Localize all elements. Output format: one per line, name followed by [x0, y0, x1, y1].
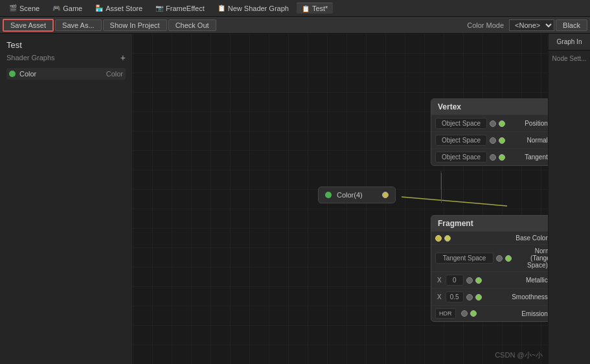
main-layout: Test Shader Graphs + Color Color Vertex …	[0, 34, 590, 364]
graph-inspector-tab[interactable]: Graph In	[549, 34, 590, 51]
fragment-metallic-in-port	[466, 277, 473, 284]
fragment-row-metallic: X 0 Metallic(1)	[431, 271, 548, 288]
fragment-smoothness-out-port	[475, 294, 482, 301]
fragment-row-basecolor: Base Color(3)	[431, 231, 548, 244]
property-color-row[interactable]: Color Color	[6, 68, 126, 80]
sidebar: Test Shader Graphs + Color Color	[0, 34, 133, 364]
fragment-basecolor-output: Base Color(3)	[453, 234, 548, 242]
vertex-out-port-2	[499, 154, 505, 161]
svg-line-0	[402, 197, 507, 206]
menu-frame-effect[interactable]: 📷 FrameEffect	[150, 3, 210, 14]
color-node[interactable]: Color(4)	[318, 187, 396, 203]
vertex-node-row-1: Object Space Normal(3)	[431, 131, 548, 148]
sidebar-subtitle: Shader Graphs +	[6, 52, 126, 63]
fragment-emission-in-port	[461, 310, 468, 317]
save-asset-button[interactable]: Save Asset	[3, 19, 54, 32]
fragment-tangent-out-port	[505, 255, 512, 262]
fragment-tangent-label: Tangent Space	[435, 253, 494, 264]
test-icon: 📋	[302, 5, 310, 12]
color-mode-label: Color Mode	[463, 21, 508, 29]
color-mode-select[interactable]: <None>	[509, 19, 554, 31]
color-node-label: Color(4)	[337, 191, 377, 199]
scene-icon: 🎬	[9, 5, 17, 12]
show-in-project-button[interactable]: Show In Project	[103, 19, 167, 31]
vertex-in-port-1	[490, 137, 496, 144]
menu-asset-store[interactable]: 🏪 Asset Store	[90, 3, 148, 14]
color-node-in-dot	[325, 192, 332, 198]
vertex-in-port-2	[490, 154, 496, 161]
menu-scene[interactable]: 🎬 Scene	[4, 3, 45, 14]
menu-test-tab[interactable]: 📋 Test*	[297, 3, 333, 14]
vertex-input-label-1: Object Space	[435, 135, 487, 146]
fragment-smoothness-in-port	[466, 294, 473, 301]
vertex-in-port-0	[490, 120, 496, 127]
fragment-basecolor-in-port	[435, 235, 442, 242]
fragment-row-smoothness: X 0.5 Smoothness(1)	[431, 288, 548, 305]
vertex-out-port-0	[499, 120, 505, 127]
node-settings-label: Node Sett...	[549, 51, 590, 67]
fragment-row-tangent: Tangent Space Normal (Tangent Space)(3)	[431, 244, 548, 271]
fragment-metallic-input: X 0	[435, 275, 464, 286]
fragment-smoothness-output: Smoothness(1)	[484, 293, 548, 301]
color-property-dot	[9, 71, 16, 77]
fragment-emission-out-port	[470, 310, 477, 317]
vertex-input-label-0: Object Space	[435, 118, 487, 129]
vertex-output-0: Position(3)	[508, 120, 548, 127]
emission-hdr-label: HDR	[435, 308, 456, 319]
smoothness-x-label: X	[435, 292, 444, 302]
fragment-tangent-output: Normal (Tangent Space)(3)	[514, 247, 548, 269]
canvas-area[interactable]: Vertex Object Space Position(3) Object S…	[133, 34, 548, 364]
fragment-tangent-in-port	[496, 255, 503, 262]
graph-inspector-label: Graph In	[557, 38, 582, 46]
vertex-node-row-2: Object Space Tangent(3)	[431, 148, 548, 165]
fragment-row-emission: HDR Emission(3)	[431, 305, 548, 321]
vertex-node: Vertex Object Space Position(3) Object S…	[431, 98, 548, 166]
property-name: Color	[19, 70, 102, 78]
vertex-output-2: Tangent(3)	[508, 154, 548, 161]
metallic-x-label: X	[435, 275, 444, 285]
watermark: CSDN @小~小	[495, 350, 543, 360]
fragment-emission-output: Emission(3)	[479, 310, 549, 317]
sidebar-title: Test	[6, 40, 126, 50]
vertex-fragment-connector	[441, 173, 442, 203]
property-type: Color	[106, 70, 123, 78]
black-button[interactable]: Black	[556, 19, 587, 31]
toolbar: Save Asset Save As... Show In Project Ch…	[0, 17, 590, 34]
fragment-node-header: Fragment	[431, 216, 548, 231]
vertex-node-row-0: Object Space Position(3)	[431, 115, 548, 131]
fragment-node: Fragment Base Color(3) Tangent Space Nor…	[431, 215, 548, 322]
game-icon: 🎮	[52, 5, 60, 12]
add-property-button[interactable]: +	[120, 52, 126, 63]
menu-new-shader-graph[interactable]: 📋 New Shader Graph	[212, 3, 294, 14]
inspector-panel: Graph In Node Sett...	[548, 34, 590, 364]
vertex-out-port-1	[499, 137, 505, 144]
fragment-metallic-out-port	[475, 277, 482, 284]
new-shader-icon: 📋	[218, 5, 225, 12]
frameeffect-icon: 📷	[155, 5, 163, 12]
check-out-button[interactable]: Check Out	[168, 19, 216, 31]
store-icon: 🏪	[95, 5, 103, 12]
vertex-output-1: Normal(3)	[508, 137, 548, 144]
save-as-button[interactable]: Save As...	[55, 19, 102, 31]
color-node-out-port	[382, 192, 389, 198]
menu-bar: 🎬 Scene 🎮 Game 🏪 Asset Store 📷 FrameEffe…	[0, 0, 590, 17]
fragment-smoothness-input: X 0.5	[435, 291, 464, 302]
vertex-input-label-2: Object Space	[435, 152, 487, 163]
smoothness-value[interactable]: 0.5	[446, 291, 464, 302]
vertex-node-header: Vertex	[431, 99, 548, 115]
fragment-metallic-output: Metallic(1)	[484, 277, 548, 284]
menu-game[interactable]: 🎮 Game	[47, 3, 87, 14]
fragment-basecolor-out-port	[444, 235, 451, 242]
metallic-value[interactable]: 0	[446, 275, 464, 286]
